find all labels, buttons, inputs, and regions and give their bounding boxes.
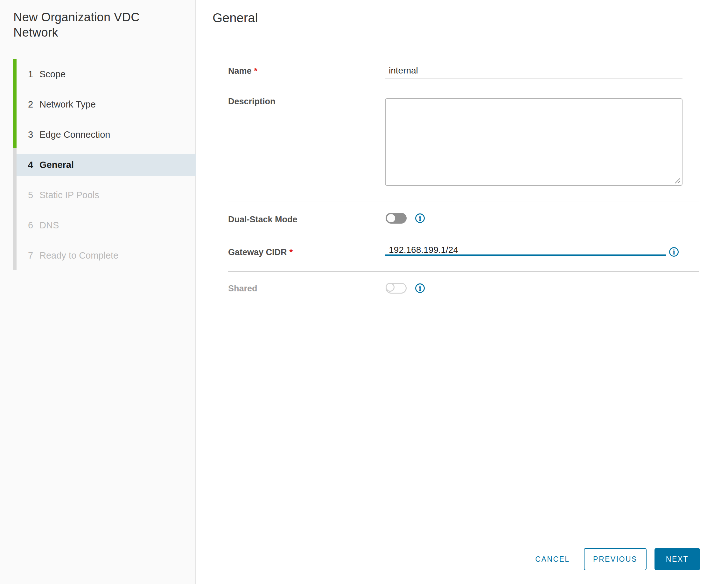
shared-info-icon[interactable]: i xyxy=(415,284,425,293)
step-number: 7 xyxy=(28,250,40,261)
progress-track-completed xyxy=(13,59,17,148)
description-textarea[interactable] xyxy=(385,98,682,186)
next-button[interactable]: NEXT xyxy=(654,548,700,570)
step-label: Edge Connection xyxy=(40,130,110,140)
toggle-knob xyxy=(387,214,395,222)
cancel-button[interactable]: CANCEL xyxy=(528,548,577,570)
dual-stack-toggle[interactable] xyxy=(386,213,407,223)
step-number: 4 xyxy=(28,160,40,170)
previous-button[interactable]: PREVIOUS xyxy=(584,548,647,570)
wizard-content-panel: General Name* internal Description Dual-… xyxy=(197,0,728,584)
step-item-general[interactable]: 4 General xyxy=(17,154,196,176)
step-item-dns: 6 DNS xyxy=(0,210,196,240)
gateway-cidr-label: Gateway CIDR* xyxy=(228,247,293,257)
shared-label: Shared xyxy=(228,284,257,294)
name-input-underline xyxy=(385,79,682,79)
step-number: 2 xyxy=(28,99,40,110)
name-input[interactable]: internal xyxy=(385,65,682,79)
step-label: Scope xyxy=(40,69,66,80)
step-item-ready-to-complete: 7 Ready to Complete xyxy=(0,240,196,271)
step-list: 1 Scope 2 Network Type 3 Edge Connection… xyxy=(0,59,196,271)
progress-track-remaining xyxy=(13,148,17,270)
description-label: Description xyxy=(228,97,276,107)
toggle-knob xyxy=(386,283,394,292)
section-divider xyxy=(228,201,699,201)
step-item-edge-connection[interactable]: 3 Edge Connection xyxy=(0,120,196,150)
step-number: 6 xyxy=(28,220,40,231)
step-number: 5 xyxy=(28,190,40,201)
page-heading: General xyxy=(212,11,258,25)
gateway-cidr-info-icon[interactable]: i xyxy=(669,247,679,257)
step-label: DNS xyxy=(40,220,59,231)
resize-handle-icon[interactable] xyxy=(674,177,680,184)
required-asterisk: * xyxy=(254,66,258,76)
wizard-title: New Organization VDC Network xyxy=(14,9,173,40)
step-label: Network Type xyxy=(40,99,96,110)
step-item-static-ip-pools: 5 Static IP Pools xyxy=(0,180,196,210)
dual-stack-label: Dual-Stack Mode xyxy=(228,215,297,224)
gateway-cidr-focus-underline xyxy=(385,255,666,256)
step-item-scope[interactable]: 1 Scope xyxy=(0,59,196,89)
wizard-sidebar: New Organization VDC Network 1 Scope 2 N… xyxy=(0,0,196,584)
step-item-network-type[interactable]: 2 Network Type xyxy=(0,89,196,120)
required-asterisk: * xyxy=(290,247,293,257)
shared-toggle xyxy=(386,283,407,294)
dual-stack-info-icon[interactable]: i xyxy=(415,213,425,223)
step-number: 1 xyxy=(28,69,40,80)
step-label: General xyxy=(40,160,74,170)
step-label: Ready to Complete xyxy=(40,250,119,261)
name-label: Name* xyxy=(228,66,257,76)
step-label: Static IP Pools xyxy=(40,190,99,201)
step-number: 3 xyxy=(28,130,40,140)
section-divider xyxy=(228,271,699,272)
